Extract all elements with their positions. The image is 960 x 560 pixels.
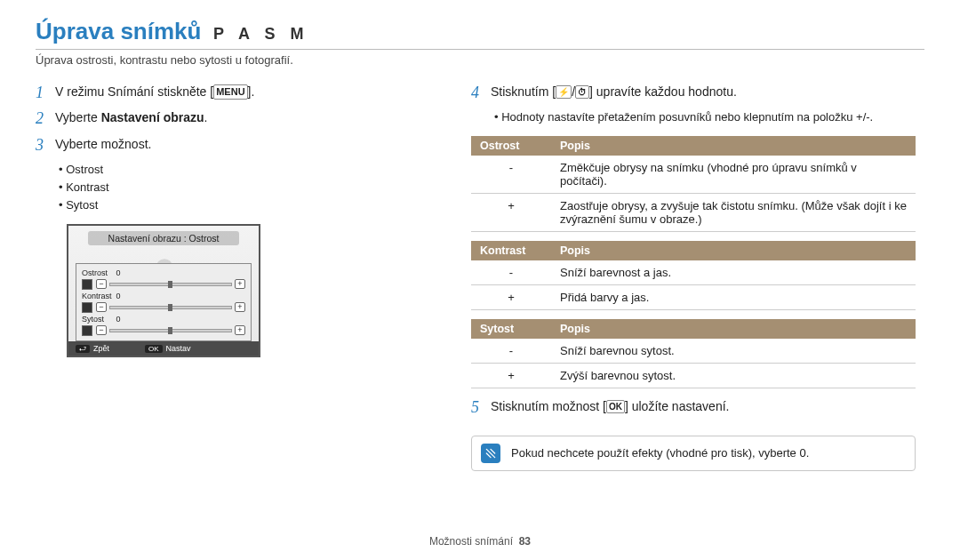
table-row: +Zvýší barevnou sytost. bbox=[471, 363, 916, 388]
tables-container: OstrostPopis-Změkčuje obrysy na snímku (… bbox=[471, 136, 916, 388]
table-header: Kontrast bbox=[471, 241, 551, 260]
back-label: Zpět bbox=[93, 344, 109, 353]
slider-handle[interactable] bbox=[168, 327, 172, 334]
table-row: +Zaostřuje obrysy, a zvyšuje tak čistotu… bbox=[471, 193, 916, 231]
symbol-cell: - bbox=[471, 260, 551, 285]
back-button[interactable]: ⮐Zpět bbox=[76, 344, 109, 353]
step4-a: Stisknutím [ bbox=[491, 84, 556, 99]
slider-track[interactable] bbox=[109, 306, 232, 309]
table-row: -Změkčuje obrysy na snímku (vhodné pro ú… bbox=[471, 156, 916, 194]
slider-value: 0 bbox=[115, 292, 122, 300]
mode-letters: P A S M bbox=[213, 25, 308, 44]
step-text: V režimu Snímání stiskněte [MENU]. bbox=[55, 83, 254, 103]
flash-icon: ⚡ bbox=[556, 85, 572, 99]
step-4: 4 Stisknutím [⚡/⏱] upravíte každou hodno… bbox=[471, 83, 916, 103]
plus-button[interactable]: + bbox=[235, 279, 245, 289]
list-item: Hodnoty nastavíte přetažením posuvníků n… bbox=[494, 108, 916, 126]
step5-a: Stisknutím možnost [ bbox=[491, 399, 606, 413]
step-text: Stisknutím [⚡/⏱] upravíte každou hodnotu… bbox=[491, 83, 737, 103]
saturation-icon bbox=[82, 325, 92, 336]
slider-row: − + bbox=[82, 325, 245, 336]
step4-bullets: Hodnoty nastavíte přetažením posuvníků n… bbox=[494, 108, 916, 126]
page-number: 83 bbox=[519, 535, 531, 548]
step5-b: ] uložíte nastavení. bbox=[625, 399, 730, 413]
right-column: 4 Stisknutím [⚡/⏱] upravíte každou hodno… bbox=[471, 83, 916, 471]
ok-button[interactable]: OKNastav bbox=[145, 344, 191, 353]
page-header: Úprava snímků P A S M bbox=[36, 18, 924, 45]
text-cell: Zvýší barevnou sytost. bbox=[551, 363, 916, 388]
table-header: Popis bbox=[551, 136, 916, 156]
table-row: -Sníží barevnou sytost. bbox=[471, 339, 916, 364]
step-2: 2 Vyberte Nastavení obrazu. bbox=[36, 108, 444, 129]
slider-row: Sytost 0 bbox=[82, 315, 245, 324]
footer-label: Možnosti snímání bbox=[429, 535, 513, 548]
text-cell: Sníží barevnost a jas. bbox=[551, 260, 916, 285]
table-header: Popis bbox=[551, 319, 916, 339]
minus-button[interactable]: − bbox=[96, 302, 107, 312]
camera-preview: Nastavení obrazu : Ostrost Ostrost 0 − +… bbox=[67, 224, 260, 357]
title-underline bbox=[36, 49, 924, 50]
info-icon bbox=[481, 444, 500, 463]
list-item: Kontrast bbox=[59, 179, 444, 196]
plus-button[interactable]: + bbox=[235, 302, 245, 312]
symbol-cell: + bbox=[471, 193, 551, 231]
step-number: 1 bbox=[36, 83, 55, 103]
step1-end: ]. bbox=[248, 84, 255, 99]
step-3: 3 Vyberte možnost. bbox=[36, 135, 444, 156]
text-cell: Změkčuje obrysy na snímku (vhodné pro úp… bbox=[551, 156, 916, 194]
back-icon: ⮐ bbox=[76, 345, 90, 353]
sharpness-icon bbox=[82, 279, 92, 290]
step-number: 2 bbox=[36, 108, 55, 129]
step-text: Vyberte Nastavení obrazu. bbox=[55, 108, 207, 129]
ok-icon: OK bbox=[145, 345, 163, 353]
text-cell: Sníží barevnou sytost. bbox=[551, 339, 916, 364]
step-number: 3 bbox=[36, 135, 55, 156]
info-text: Pokud nechcete použít efekty (vhodné pro… bbox=[511, 446, 809, 460]
camera-title: Nastavení obrazu : Ostrost bbox=[88, 231, 239, 245]
menu-icon: MENU bbox=[213, 84, 247, 100]
minus-button[interactable]: − bbox=[96, 279, 107, 289]
step2-post: . bbox=[204, 110, 208, 124]
table-header: Sytost bbox=[471, 319, 551, 339]
subtitle: Úprava ostrosti, kontrastu nebo sytosti … bbox=[36, 53, 924, 67]
slider-track[interactable] bbox=[109, 283, 232, 286]
slider-row: − + bbox=[82, 302, 245, 313]
step-text: Vyberte možnost. bbox=[55, 135, 151, 156]
step-1: 1 V režimu Snímání stiskněte [MENU]. bbox=[36, 83, 444, 103]
step4-b: ] upravíte každou hodnotu. bbox=[589, 84, 737, 99]
step-number: 5 bbox=[471, 397, 491, 418]
step2-bold: Nastavení obrazu bbox=[101, 110, 204, 124]
table-header: Ostrost bbox=[471, 136, 551, 156]
symbol-cell: + bbox=[471, 284, 551, 309]
step2-pre: Vyberte bbox=[55, 110, 101, 124]
ok-icon: OK bbox=[606, 400, 625, 413]
slider-value: 0 bbox=[115, 268, 122, 277]
symbol-cell: + bbox=[471, 363, 551, 388]
list-item: Sytost bbox=[59, 196, 444, 214]
slider-handle[interactable] bbox=[168, 281, 172, 288]
plus-button[interactable]: + bbox=[235, 325, 245, 335]
symbol-cell: - bbox=[471, 339, 551, 364]
text-cell: Přidá barvy a jas. bbox=[551, 284, 916, 309]
slider-handle[interactable] bbox=[168, 304, 172, 311]
slider-value: 0 bbox=[115, 315, 122, 324]
minus-button[interactable]: − bbox=[96, 325, 107, 335]
camera-footer: ⮐Zpět OKNastav bbox=[68, 341, 259, 356]
info-box: Pokud nechcete použít efekty (vhodné pro… bbox=[471, 436, 916, 471]
ok-label: Nastav bbox=[166, 344, 191, 353]
page-title: Úprava snímků bbox=[36, 18, 201, 45]
slider-panel: Ostrost 0 − + Kontrast 0 − + bbox=[76, 263, 252, 341]
option-list: Ostrost Kontrast Sytost bbox=[59, 161, 444, 214]
page-footer: Možnosti snímání 83 bbox=[0, 535, 960, 548]
description-table: KontrastPopis-Sníží barevnost a jas.+Při… bbox=[471, 241, 916, 310]
text-cell: Zaostřuje obrysy, a zvyšuje tak čistotu … bbox=[551, 193, 916, 231]
slider-row: − + bbox=[82, 279, 245, 290]
slider-label: Ostrost bbox=[82, 268, 112, 277]
timer-icon: ⏱ bbox=[575, 85, 589, 99]
table-row: -Sníží barevnost a jas. bbox=[471, 260, 916, 285]
step-5: 5 Stisknutím možnost [OK] uložíte nastav… bbox=[471, 397, 916, 418]
table-row: +Přidá barvy a jas. bbox=[471, 284, 916, 309]
slider-label: Kontrast bbox=[82, 292, 112, 300]
contrast-icon bbox=[82, 302, 92, 313]
slider-track[interactable] bbox=[109, 329, 232, 332]
